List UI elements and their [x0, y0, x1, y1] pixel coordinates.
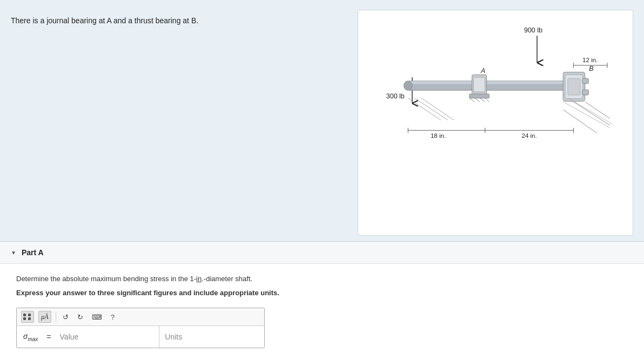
svg-line-8: [469, 98, 475, 102]
toolbar-separator-1: [56, 312, 56, 322]
load-top-label: 900 lb: [524, 26, 542, 34]
svg-line-9: [474, 98, 480, 102]
svg-rect-15: [582, 78, 589, 84]
help-button[interactable]: ?: [109, 312, 117, 322]
svg-rect-16: [582, 90, 589, 95]
problem-text-area: There is a journal bearing at A and a th…: [11, 10, 347, 236]
diagram-area: 900 lb 300 lb: [358, 10, 633, 236]
special-chars-button[interactable]: μÅ: [38, 311, 51, 323]
label-b: B: [589, 65, 593, 72]
svg-point-4: [404, 81, 412, 90]
part-chevron-icon: ▼: [11, 250, 16, 256]
redo-button[interactable]: ↻: [75, 312, 85, 322]
svg-rect-6: [474, 77, 485, 92]
svg-line-22: [408, 98, 441, 120]
svg-line-20: [563, 102, 610, 128]
dim-right-label: 12 in.: [582, 57, 598, 63]
svg-rect-14: [568, 78, 580, 95]
svg-line-10: [480, 98, 485, 102]
load-left-label: 300 lb: [386, 92, 405, 100]
top-section: There is a journal bearing at A and a th…: [0, 0, 644, 241]
svg-line-11: [485, 98, 489, 102]
dim-middle-label: 24 in.: [521, 132, 536, 139]
value-input[interactable]: [55, 326, 160, 348]
sigma-symbol: σmax: [23, 332, 38, 342]
sigma-label: σmax: [17, 326, 43, 348]
svg-line-24: [421, 98, 454, 120]
part-instruction: Express your answer to three significant…: [16, 288, 628, 298]
svg-line-19: [563, 110, 597, 133]
answer-box: μÅ ↺ ↻ ⌨ ? σmax: [16, 308, 265, 348]
part-header[interactable]: ▼ Part A: [0, 242, 644, 264]
answer-toolbar: μÅ ↺ ↻ ⌨ ?: [17, 308, 264, 326]
dim-bottom-label: 18 in.: [431, 132, 446, 139]
part-description: Determine the absolute maximum bending s…: [16, 274, 628, 284]
bottom-section: ▼ Part A Determine the absolute maximum …: [0, 242, 644, 359]
keyboard-button[interactable]: ⌨: [90, 312, 104, 322]
diagram-svg: 900 lb 300 lb: [369, 21, 622, 162]
svg-line-17: [573, 102, 609, 125]
part-content: Determine the absolute maximum bending s…: [0, 264, 644, 359]
units-input[interactable]: [159, 326, 264, 348]
svg-rect-3: [408, 81, 585, 84]
matrix-button[interactable]: [21, 311, 34, 323]
svg-line-21: [568, 98, 613, 124]
svg-line-23: [415, 98, 448, 120]
label-a: A: [480, 67, 485, 75]
undo-button[interactable]: ↺: [61, 312, 71, 322]
equals-sign: =: [43, 326, 54, 348]
mu-label: μÅ: [41, 313, 48, 321]
input-row: σmax =: [17, 326, 264, 348]
problem-statement: There is a journal bearing at A and a th…: [11, 15, 347, 26]
main-container: There is a journal bearing at A and a th…: [0, 0, 644, 359]
part-label: Part A: [22, 248, 44, 257]
svg-rect-7: [469, 94, 489, 98]
